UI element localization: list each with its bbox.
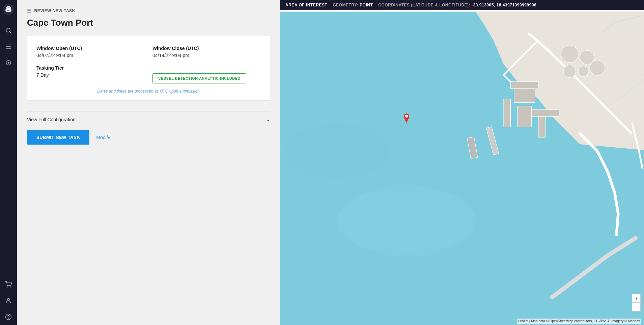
geometry-item: GEOMETRY: Point xyxy=(333,3,373,7)
window-open-label: Window Open (UTC) xyxy=(36,46,144,51)
app-logo xyxy=(2,3,15,16)
modify-link[interactable]: Modify xyxy=(96,135,110,140)
svg-rect-5 xyxy=(6,45,11,45)
submit-new-task-button[interactable]: SUBMIT NEW TASK xyxy=(27,130,89,145)
config-toggle-label: View Full Configuration xyxy=(27,117,76,122)
search-sidebar-icon[interactable] xyxy=(4,26,13,35)
tasking-tier-field: Tasking Tier 7 Day xyxy=(36,65,144,83)
zoom-in-button[interactable]: + xyxy=(632,294,641,303)
svg-line-4 xyxy=(10,32,11,33)
map-canvas[interactable]: + − Leaflet | Map data © OpenStreetMap c… xyxy=(280,12,644,325)
svg-point-14 xyxy=(8,318,9,319)
cart-sidebar-icon[interactable] xyxy=(4,280,13,289)
config-toggle[interactable]: View Full Configuration ⌄ xyxy=(27,111,270,127)
svg-rect-6 xyxy=(6,46,11,47)
window-close-field: Window Close (UTC) 04/14/22 9:04 pm xyxy=(152,46,260,58)
list-sidebar-icon[interactable] xyxy=(4,42,13,51)
tasking-tier-label: Tasking Tier xyxy=(36,65,144,71)
analytic-badge: VESSEL DETECTION ANALYTIC INCLUDED xyxy=(152,73,246,83)
map-attribution: Leaflet | Map data © OpenStreetMap contr… xyxy=(517,319,641,324)
svg-point-26 xyxy=(578,66,589,76)
svg-point-25 xyxy=(563,65,576,77)
help-sidebar-icon[interactable] xyxy=(4,312,13,322)
svg-rect-19 xyxy=(504,99,511,127)
svg-rect-21 xyxy=(531,109,559,117)
window-open-field: Window Open (UTC) 04/07/22 9:04 pm xyxy=(36,46,144,58)
tasking-tier-value: 7 Day xyxy=(36,72,49,78)
review-icon: ☰ xyxy=(27,8,32,14)
map-pin-marker xyxy=(400,114,413,127)
zoom-out-button[interactable]: − xyxy=(632,303,641,311)
svg-point-23 xyxy=(561,45,578,62)
layers-sidebar-icon[interactable] xyxy=(4,58,13,68)
main-panel: ☰ REVIEW NEW TASK Cape Town Port Window … xyxy=(17,0,280,325)
map-topbar: AREA OF INTEREST GEOMETRY: Point COORDIN… xyxy=(280,0,644,10)
map-area: AREA OF INTEREST GEOMETRY: Point COORDIN… xyxy=(280,0,644,325)
svg-rect-20 xyxy=(517,106,531,127)
svg-rect-7 xyxy=(6,48,11,49)
window-open-value: 04/07/22 9:04 pm xyxy=(36,53,73,58)
window-close-label: Window Close (UTC) xyxy=(152,46,260,51)
svg-point-10 xyxy=(7,286,8,288)
svg-point-32 xyxy=(405,115,408,118)
svg-point-31 xyxy=(285,123,389,179)
svg-rect-18 xyxy=(514,89,535,102)
area-of-interest-label: AREA OF INTEREST xyxy=(285,3,327,7)
user-sidebar-icon[interactable] xyxy=(4,296,13,305)
coordinates-item: COORDINATES (LATITUDE & LONGTITUDE): -33… xyxy=(378,3,536,7)
window-close-value: 04/14/22 9:04 pm xyxy=(152,53,189,58)
map-zoom-controls: + − xyxy=(632,294,641,311)
svg-point-12 xyxy=(7,298,10,301)
svg-point-27 xyxy=(590,60,605,75)
svg-point-9 xyxy=(8,62,9,64)
task-info-card: Window Open (UTC) 04/07/22 9:04 pm Windo… xyxy=(27,36,270,100)
svg-rect-17 xyxy=(511,82,538,89)
svg-rect-22 xyxy=(538,117,545,138)
chevron-down-icon: ⌄ xyxy=(265,116,270,123)
action-buttons: SUBMIT NEW TASK Modify xyxy=(27,130,270,145)
svg-point-24 xyxy=(580,50,594,64)
page-title: Cape Town Port xyxy=(27,18,270,28)
svg-point-11 xyxy=(10,286,11,288)
utc-note: Dates and times are processed as UTC upo… xyxy=(36,89,260,94)
sidebar xyxy=(0,0,17,325)
svg-point-30 xyxy=(337,186,476,255)
review-label: REVIEW NEW TASK xyxy=(34,8,75,13)
review-header: ☰ REVIEW NEW TASK xyxy=(27,8,270,14)
analytic-badge-field: placeholder VESSEL DETECTION ANALYTIC IN… xyxy=(152,65,260,83)
